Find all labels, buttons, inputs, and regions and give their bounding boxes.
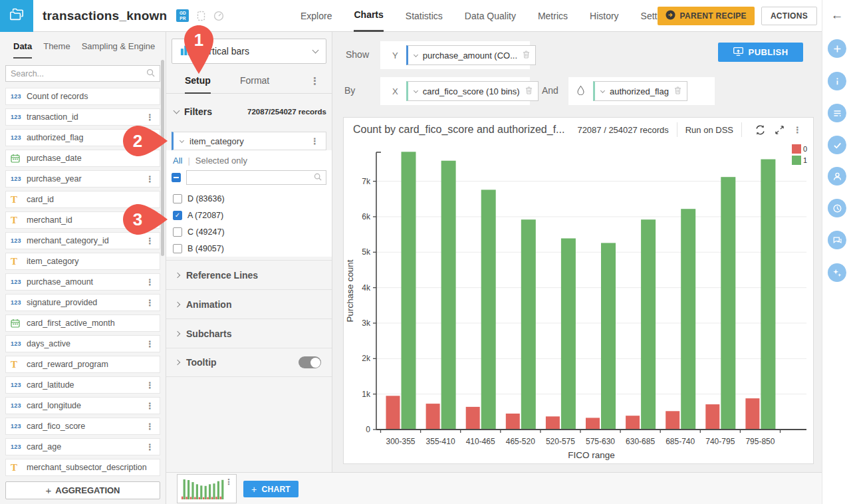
sidebar-tab-data[interactable]: Data <box>13 41 32 59</box>
column-item-merchant-id[interactable]: Tmerchant_id <box>5 211 160 229</box>
column-item-authorized-flag[interactable]: 123authorized_flag <box>5 129 160 146</box>
column-menu-icon[interactable]: ⋮ <box>144 278 156 287</box>
column-menu-icon[interactable]: ⋮ <box>144 443 156 451</box>
sidebar-tab-sampling-engine[interactable]: Sampling & Engine <box>82 41 156 59</box>
column-item-card-reward-program[interactable]: Tcard_reward_program <box>5 356 160 373</box>
collapse-arrow-icon[interactable]: ← <box>822 8 851 23</box>
assistant-icon[interactable] <box>828 263 846 282</box>
unchecked-checkbox-icon[interactable] <box>173 227 182 237</box>
column-item-purchase-date[interactable]: purchase_date <box>5 150 160 167</box>
tasks-icon[interactable] <box>828 136 846 154</box>
sidebar-scrollbar[interactable] <box>161 60 164 256</box>
top-tab-charts[interactable]: Charts <box>354 0 383 32</box>
column-menu-icon[interactable]: ⋮ <box>144 113 156 122</box>
column-item-card-first-active-month[interactable]: card_first_active_month <box>5 315 160 332</box>
trash-icon[interactable] <box>523 49 530 61</box>
profile-icon[interactable] <box>828 167 846 186</box>
column-item-card-fico-score[interactable]: 123card_fico_score⋮ <box>5 418 160 435</box>
chart-card-header: Count by card_fico_score and authorized_… <box>344 118 813 142</box>
add-icon[interactable] <box>828 39 846 58</box>
column-menu-icon[interactable]: ⋮ <box>144 175 156 184</box>
column-menu-icon[interactable]: ⋮ <box>144 402 156 410</box>
column-item-card-longitude[interactable]: 123card_longitude⋮ <box>5 397 160 414</box>
column-item-card-latitude[interactable]: 123card_latitude⋮ <box>5 376 160 394</box>
column-item-signature-provided[interactable]: 123signature_provided⋮ <box>5 294 160 311</box>
filter-value-d[interactable]: D (83636) <box>173 190 326 207</box>
history-icon[interactable] <box>828 199 846 217</box>
folder-icon <box>8 6 25 26</box>
chart-menu-icon[interactable]: ⋮ <box>789 126 806 134</box>
trash-icon[interactable] <box>674 85 681 97</box>
filter-value-label: A (72087) <box>187 211 223 220</box>
dataset-logo[interactable] <box>0 0 33 32</box>
top-tab-data-quality[interactable]: Data Quality <box>465 0 516 32</box>
select-all-checkbox[interactable] <box>172 173 181 182</box>
filter-menu-icon[interactable]: ⋮ <box>309 137 320 146</box>
tooltip-toggle[interactable] <box>299 356 321 368</box>
column-item-item-category[interactable]: Titem_category <box>5 253 160 270</box>
top-tab-metrics[interactable]: Metrics <box>538 0 568 32</box>
column-item-purchase-year[interactable]: 123purchase_year⋮ <box>5 170 160 188</box>
trash-icon[interactable] <box>525 85 533 97</box>
refresh-icon[interactable] <box>750 124 771 136</box>
timer-icon[interactable] <box>213 11 224 21</box>
bar-chart-plot[interactable]: 01k2k3k4k5k6k7k300-355355-410410-465465-… <box>344 142 813 463</box>
chart-thumbnail[interactable]: ⋮ <box>177 474 237 503</box>
chart-type-dropdown[interactable]: Vertical bars <box>172 39 326 64</box>
sidebar-tab-theme[interactable]: Theme <box>43 41 70 59</box>
numeric-type-icon: 123 <box>11 134 27 141</box>
filter-value-c[interactable]: C (49247) <box>173 223 326 240</box>
aggregation-button[interactable]: + AGGREGATION <box>5 481 160 499</box>
unchecked-checkbox-icon[interactable] <box>173 194 182 203</box>
filter-link-all[interactable]: All <box>173 156 182 166</box>
section-tooltip[interactable]: Tooltip <box>166 348 332 377</box>
info-icon[interactable] <box>828 72 846 90</box>
run-on-dss-button[interactable]: Run on DSS <box>685 125 733 135</box>
section-subcharts[interactable]: Subcharts <box>166 318 332 348</box>
thumbnail-menu-icon[interactable]: ⋮ <box>223 478 234 486</box>
top-tab-statistics[interactable]: Statistics <box>406 0 443 32</box>
x-dimension-pill[interactable]: card_fico_score (10 bins) <box>406 81 539 101</box>
column-item-purchase-amount[interactable]: 123purchase_amount⋮ <box>5 273 160 291</box>
column-item-merchant-category-id[interactable]: 123merchant_category_id⋮ <box>5 232 160 249</box>
filter-value-search[interactable] <box>186 170 326 185</box>
section-reference-lines[interactable]: Reference Lines <box>166 260 332 289</box>
config-tab-format[interactable]: Format <box>240 69 269 94</box>
color-dimension-pill[interactable]: authorized_flag <box>593 81 687 101</box>
publish-button[interactable]: PUBLISH <box>718 43 803 62</box>
column-item-card-id[interactable]: Tcard_id <box>5 191 160 208</box>
parent-recipe-button[interactable]: PARENT RECIPE <box>658 7 755 25</box>
panel-menu-icon[interactable]: ⋮ <box>308 76 321 86</box>
add-chart-button[interactable]: + CHART <box>243 481 299 497</box>
column-item-transaction-id[interactable]: 123transaction_id⋮ <box>5 108 160 126</box>
checked-checkbox-icon[interactable]: ✓ <box>173 211 182 220</box>
filter-value-b[interactable]: B (49057) <box>173 240 326 257</box>
column-search-input[interactable] <box>11 69 146 78</box>
filter-value-a[interactable]: ✓A (72087) <box>173 207 326 223</box>
column-item-card-age[interactable]: 123card_age⋮ <box>5 438 160 455</box>
chevron-down-icon <box>180 138 184 142</box>
y-measure-pill[interactable]: purchase_amount (CO... <box>406 45 536 65</box>
column-item-count-of-records[interactable]: 123Count of records <box>5 88 160 105</box>
catalog-icon[interactable] <box>828 104 846 122</box>
section-animation[interactable]: Animation <box>166 289 332 318</box>
filter-link-selected-only[interactable]: Selected only <box>195 156 247 166</box>
config-tab-setup[interactable]: Setup <box>185 69 211 94</box>
actions-button[interactable]: ACTIONS <box>761 7 817 25</box>
discussions-icon[interactable] <box>828 231 846 249</box>
filters-header[interactable]: Filters 72087/254027 records <box>166 98 332 125</box>
column-search[interactable] <box>5 65 160 82</box>
column-menu-icon[interactable]: ⋮ <box>144 299 156 307</box>
expand-icon[interactable] <box>771 126 789 134</box>
copy-icon[interactable] <box>197 11 205 21</box>
column-item-days-active[interactable]: 123days_active⋮ <box>5 335 160 352</box>
column-menu-icon[interactable]: ⋮ <box>144 340 156 348</box>
column-item-merchant-subsector-description[interactable]: Tmerchant_subsector_description <box>5 459 160 476</box>
column-menu-icon[interactable]: ⋮ <box>144 381 156 390</box>
column-menu-icon[interactable]: ⋮ <box>144 422 156 431</box>
unchecked-checkbox-icon[interactable] <box>173 244 182 253</box>
item-category-filter[interactable]: item_category ⋮ <box>172 132 326 150</box>
top-tab-explore[interactable]: Explore <box>301 0 332 32</box>
top-tab-history[interactable]: History <box>590 0 619 32</box>
column-menu-icon[interactable]: ⋮ <box>144 237 156 245</box>
